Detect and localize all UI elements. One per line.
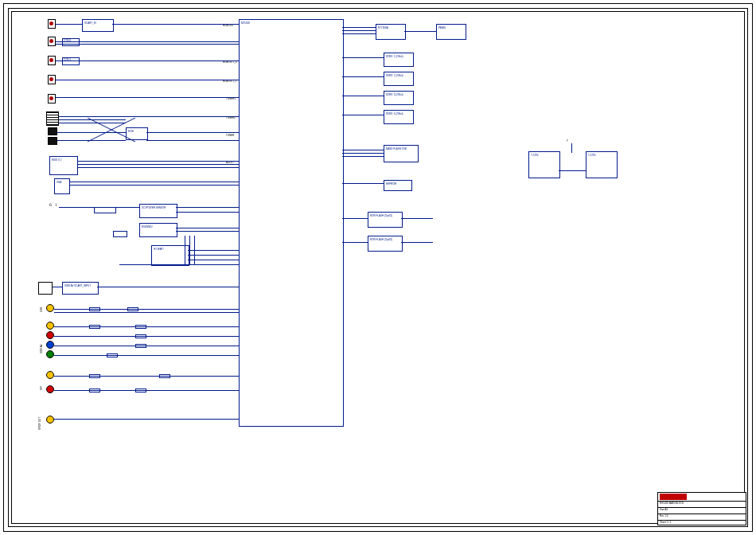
nt7168a-block: NT7168A [376, 24, 406, 40]
wire [54, 312, 239, 313]
wire [54, 336, 239, 337]
wire [54, 419, 239, 420]
wire [342, 30, 376, 31]
nand-label: NAND FLASH 2GB [386, 147, 407, 150]
wire [54, 309, 239, 310]
wire [342, 150, 384, 150]
wire [56, 24, 82, 25]
left-port-0 [48, 19, 56, 29]
wire [119, 264, 239, 265]
wire [188, 250, 239, 251]
wire [342, 183, 384, 184]
left-port-4 [48, 94, 56, 103]
main-ic: MT5329 [239, 19, 344, 427]
inner-frame [11, 11, 745, 524]
wire [56, 80, 239, 80]
hp-jack-2 [46, 385, 54, 393]
tb-rev: 1.0 [664, 514, 668, 517]
schematic-sheet: MT5329 NT7168A PANEL DDR3_1 (2Gbit) DDR3… [0, 0, 756, 535]
antenna-icon: γ [567, 139, 568, 142]
wire [56, 97, 239, 98]
wire [70, 182, 239, 182]
wire [185, 236, 185, 264]
tiny-box-b [113, 231, 127, 237]
wire [78, 167, 239, 168]
vga-block: VGA [54, 178, 70, 194]
edid-block: EDID X 2 [49, 156, 78, 175]
wire [342, 218, 368, 219]
wire [146, 140, 239, 141]
usb-jack [46, 304, 54, 312]
if-demo-label: IF DEMO [154, 248, 164, 251]
ddr3-0-label: DDR3_1 (2Gbit) [386, 55, 403, 58]
wire [342, 153, 384, 154]
wire [188, 260, 239, 260]
wire [56, 44, 239, 45]
wire [146, 132, 239, 133]
main-ic-label: MT5329 [241, 21, 250, 25]
wire [188, 255, 239, 256]
av-jack-g [46, 350, 54, 358]
wire [78, 164, 239, 165]
scart-in-block: SCART_IN [82, 19, 114, 32]
left-port-3 [48, 75, 56, 84]
tiny-box-a [94, 207, 116, 213]
left-port-1 [48, 37, 56, 46]
esd-block: ESDM352 [139, 223, 177, 237]
crossover-icon [88, 118, 135, 142]
tb-size: A1 [665, 508, 668, 511]
vga-label: VGA [57, 181, 61, 184]
usb-side-label: USB [40, 307, 43, 312]
eeprom-label: EEPROM [386, 182, 396, 185]
left-port-6 [48, 137, 57, 145]
wire [54, 326, 239, 327]
wire [176, 228, 239, 228]
wire [342, 96, 384, 96]
sideav-scart-block: SIDE AV SCART_INPUT [62, 282, 99, 295]
wire [54, 390, 239, 391]
pin-lbl-5: TUNER [226, 134, 234, 137]
wire [342, 115, 384, 115]
wire [342, 33, 376, 34]
wire [342, 242, 368, 243]
wire [70, 185, 239, 185]
nor2-block: NOR FLASH (Opt02) [368, 236, 403, 252]
wire [342, 156, 384, 157]
wire [59, 207, 94, 208]
wire [176, 212, 239, 213]
wire [401, 242, 433, 243]
wire [176, 207, 239, 208]
av-jack-y [46, 322, 54, 330]
tcon-left-label: T-CON [531, 154, 538, 157]
ddr3-1: DDR3_2 (2Gbit) [384, 72, 414, 86]
wire [342, 76, 384, 77]
tcon-right-label: T-CON [588, 154, 595, 157]
wire [112, 24, 239, 25]
wire [54, 346, 239, 346]
ddr3-0: DDR3_1 (2Gbit) [384, 53, 414, 67]
esd-label: ESDM352 [142, 225, 153, 228]
dip-connector [46, 111, 59, 126]
nor1-block: NOR FLASH (Opt01) [368, 212, 403, 228]
wire [401, 218, 433, 219]
tb-title: MT5329 MAIN BLOCK [660, 502, 684, 505]
ddr3-2: DDR3_3 (2Gbit) [384, 91, 414, 105]
wire [115, 207, 139, 208]
panel-block: PANEL [436, 24, 466, 40]
wire [78, 161, 239, 162]
wire [56, 41, 239, 42]
wire [54, 355, 239, 356]
nor1-label: NOR FLASH (Opt01) [370, 214, 392, 217]
if-demo-block: IF DEMO [151, 245, 189, 266]
iic-sensor-block: I2C/POWER SENSOR [139, 204, 177, 218]
title-block: MT5329 MAIN BLOCK Size A1 Rev 1.0 Sheet … [657, 492, 746, 525]
hp-label: H/P [40, 386, 43, 390]
ddr3-3: DDR3_4 (2Gbit) [384, 110, 414, 124]
antenna-stem [571, 143, 572, 153]
ddr3-1-label: DDR3_2 (2Gbit) [386, 74, 403, 77]
sideav-label: SIDE AV [40, 345, 43, 353]
nt7168a-label: NT7168A [378, 26, 388, 29]
nand-block: NAND FLASH 2GB [384, 145, 419, 162]
av-jack-r [46, 331, 54, 339]
panel-label: PANEL [438, 26, 446, 29]
